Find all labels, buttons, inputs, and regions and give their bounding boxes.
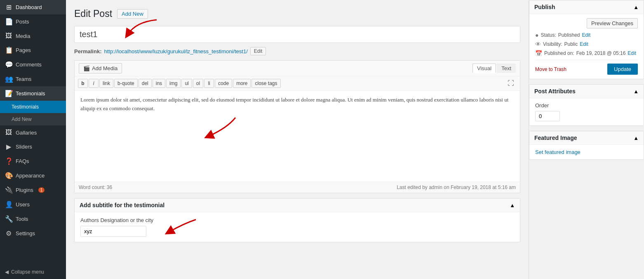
subtitle-box-collapse-icon: ▲ [510,202,515,208]
media-icon: 🖼 [5,32,12,40]
right-panel: Publish ▲ Preview Changes ● Status: Publ… [529,0,644,279]
published-edit-link[interactable]: Edit [628,50,636,56]
sidebar-item-appearance[interactable]: 🎨 Appearance [0,168,66,183]
sidebar-item-tools[interactable]: 🔧 Tools [0,212,66,226]
teams-icon: 👥 [5,75,12,83]
fmt-code[interactable]: code [215,79,232,88]
subtitle-field-input[interactable] [80,226,146,237]
published-label: Published on: [544,50,574,56]
word-count: Word count: 36 [79,184,112,190]
sidebar-item-gallaries[interactable]: 🖼 Gallaries [0,125,66,140]
publish-panel-header[interactable]: Publish ▲ [529,0,644,14]
fmt-img[interactable]: img [166,79,181,88]
text-tab[interactable]: Text [497,64,516,73]
permalink-label: Permalink: [74,48,101,54]
sidebar-item-testimonials[interactable]: 📝 Testimonials [0,86,66,101]
status-label: Status: [541,32,556,38]
sidebar-item-plugins[interactable]: 🔌 Plugins 1 [0,183,66,197]
subtitle-box-header[interactable]: Add subtitle for the testimonial ▲ [75,199,520,212]
fmt-ol[interactable]: ol [193,79,203,88]
featured-image-body: Set featured image [529,145,644,159]
subtitle-input-wrapper [80,226,514,237]
visibility-icon: 👁 [535,41,541,47]
sidebar-item-settings[interactable]: ⚙ Settings [0,226,66,241]
preview-changes-button[interactable]: Preview Changes [587,18,638,28]
fmt-italic[interactable]: i [89,79,99,88]
plugins-badge: 1 [38,187,45,193]
sidebar-item-comments[interactable]: 💬 Comments [0,57,66,72]
post-title-input[interactable] [74,26,520,43]
page-title: Edit Post [74,8,112,19]
publish-panel-collapse-icon: ▲ [633,4,639,10]
visibility-edit-link[interactable]: Edit [580,41,588,47]
fmt-del[interactable]: del [139,79,152,88]
featured-image-collapse-icon: ▲ [633,135,639,141]
status-edit-link[interactable]: Edit [582,32,591,38]
move-to-trash-link[interactable]: Move to Trash [535,66,566,72]
permalink-edit-button[interactable]: Edit [250,47,266,55]
add-new-button[interactable]: Add New [117,9,148,19]
visibility-value: Public [564,41,578,47]
sidebar-item-posts[interactable]: 📄 Posts [0,14,66,29]
status-icon: ● [535,32,538,38]
publish-visibility-row: 👁 Visibility: Public Edit [535,41,638,47]
subtitle-meta-box: Add subtitle for the testimonial ▲ Autho… [74,198,520,242]
page-header: Edit Post Add New [74,8,520,19]
fmt-more[interactable]: more [233,79,251,88]
comments-icon: 💬 [5,61,12,69]
sidebar-item-faqs[interactable]: ❓ FAQs [0,154,66,168]
publish-panel-title: Publish [534,4,555,10]
collapse-menu[interactable]: ◀ Collapse menu [0,265,66,279]
fmt-ins[interactable]: ins [153,79,165,88]
sidebar-item-dashboard[interactable]: ⊞ Dashboard [0,0,66,14]
fmt-close-tags[interactable]: close tags [251,79,280,88]
editor-body-wrapper: Lorem ipsum dolor sit amet, consectetur … [75,91,520,182]
sidebar-subitem-add-new[interactable]: Add New [0,113,66,125]
fmt-bquote[interactable]: b-quote [114,79,138,88]
update-button[interactable]: Update [607,64,638,75]
order-input[interactable] [535,111,560,121]
post-title-container [74,26,520,47]
publish-panel-box: Publish ▲ Preview Changes ● Status: Publ… [529,0,644,79]
tools-icon: 🔧 [5,215,12,223]
testimonials-submenu: Testimonials Add New [0,101,66,125]
sidebar-item-media[interactable]: 🖼 Media [0,29,66,43]
sidebar-item-users[interactable]: 👤 Users [0,197,66,212]
post-attributes-header[interactable]: Post Attributes ▲ [529,85,644,98]
fmt-bold[interactable]: b [78,79,88,88]
sidebar-item-teams[interactable]: 👥 Teams [0,72,66,86]
fmt-link[interactable]: link [99,79,113,88]
format-buttons-bar: b i link b-quote del ins img ul ol li co… [75,76,520,91]
faqs-icon: ❓ [5,157,12,165]
fmt-ul[interactable]: ul [181,79,192,88]
add-media-icon: 🎬 [83,65,90,71]
status-value: Published [558,32,580,38]
editor-footer: Word count: 36 Last edited by admin on F… [75,182,520,193]
post-attributes-box: Post Attributes ▲ Order [529,84,644,126]
collapse-arrow-icon: ◀ [5,269,9,275]
editor-body[interactable]: Lorem ipsum dolor sit amet, consectetur … [75,91,520,182]
sidebar: ⊞ Dashboard 📄 Posts 🖼 Media 📋 Pages 💬 Co… [0,0,66,279]
permalink-bar: Permalink: http://localhost/www/luzuk/gu… [74,47,520,55]
visual-tab[interactable]: Visual [472,64,496,73]
sliders-icon: ▶ [5,143,12,151]
visual-text-tabs: Visual Text [472,64,516,73]
set-featured-image-link[interactable]: Set featured image [535,149,581,155]
subtitle-field-label: Authors Designation or the city [80,217,514,223]
dashboard-icon: ⊞ [5,3,12,11]
fmt-li[interactable]: li [204,79,214,88]
sidebar-item-pages[interactable]: 📋 Pages [0,43,66,57]
sidebar-subitem-testimonials[interactable]: Testimonials [0,101,66,113]
pages-icon: 📋 [5,46,12,54]
permalink-url[interactable]: http://localhost/www/luzuk/gurukul/lz_fi… [104,48,247,54]
users-icon: 👤 [5,201,12,208]
visibility-label: Visibility: [543,41,562,47]
testimonials-icon: 📝 [5,90,12,97]
subtitle-box-body: Authors Designation or the city [75,212,520,242]
featured-image-header[interactable]: Featured Image ▲ [529,131,644,145]
fullscreen-button[interactable]: ⛶ [505,79,517,88]
publish-date-row: 📅 Published on: Feb 19, 2018 @ 05:16 Edi… [535,50,638,57]
add-media-button[interactable]: 🎬 Add Media [79,63,122,73]
publish-actions: Move to Trash Update [535,60,638,75]
sidebar-item-sliders[interactable]: ▶ Sliders [0,140,66,154]
